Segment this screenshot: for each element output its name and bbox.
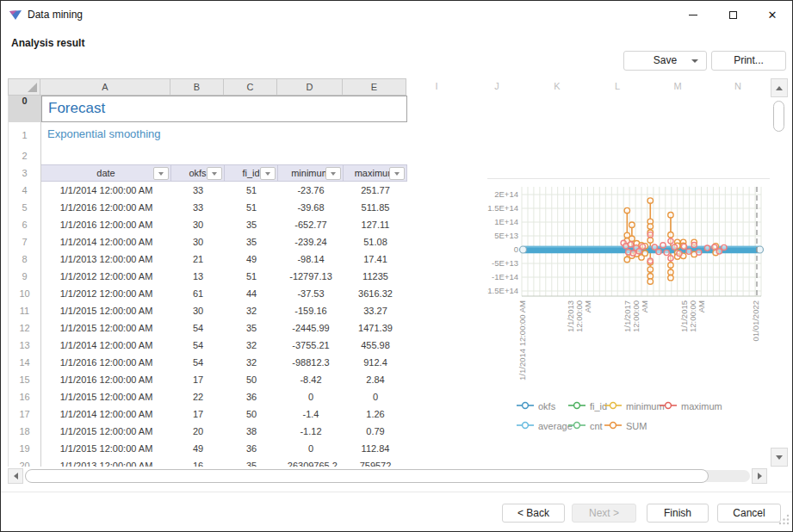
cell[interactable]: 20 — [171, 423, 225, 440]
row-number[interactable]: 15 — [9, 371, 41, 388]
cell[interactable]: 51 — [225, 268, 278, 285]
cell[interactable]: 1/1/2014 12:00:00 AM — [41, 182, 171, 199]
column-filter-header-minimum[interactable]: minimum — [278, 164, 344, 182]
cell[interactable]: -23.76 — [278, 182, 344, 199]
cell[interactable]: 30 — [171, 302, 225, 319]
cell[interactable]: 1/1/2016 12:00:00 AM — [41, 199, 171, 216]
cell[interactable]: 51.08 — [344, 233, 407, 251]
cell[interactable]: 17.41 — [344, 251, 407, 268]
cell[interactable]: 54 — [171, 319, 225, 337]
cell[interactable]: 35 — [225, 233, 278, 251]
row-number[interactable]: 1 — [9, 122, 41, 148]
cell[interactable]: 1/1/2012 12:00:00 AM — [41, 268, 171, 285]
row-number[interactable]: 4 — [9, 182, 41, 199]
scroll-up-button[interactable] — [771, 78, 788, 97]
cell[interactable]: 49 — [225, 251, 278, 268]
cell[interactable]: 36 — [225, 440, 278, 457]
scroll-left-button[interactable] — [8, 468, 23, 484]
row-number[interactable]: 11 — [9, 302, 41, 319]
column-header-E[interactable]: E — [343, 78, 406, 96]
row-number[interactable]: 14 — [9, 354, 41, 371]
row-number[interactable]: 17 — [9, 405, 41, 423]
cell[interactable]: 32 — [225, 302, 278, 319]
column-header-A[interactable]: A — [40, 78, 170, 96]
finish-button[interactable]: Finish — [647, 504, 709, 523]
cell[interactable]: -39.68 — [278, 199, 344, 216]
cell[interactable]: 54 — [171, 354, 225, 371]
cell[interactable]: 2.84 — [344, 371, 407, 388]
minimize-button[interactable] — [673, 1, 713, 28]
cell[interactable]: 32 — [225, 354, 278, 371]
cell[interactable]: 511.85 — [344, 199, 407, 216]
row-number[interactable]: 16 — [9, 388, 41, 405]
row-number[interactable]: 2 — [9, 148, 41, 164]
cell[interactable]: 1/1/2015 12:00:00 AM — [41, 302, 171, 319]
cell[interactable]: 50 — [225, 371, 278, 388]
cell[interactable]: -3755.21 — [278, 337, 344, 354]
cell[interactable]: 61 — [171, 285, 225, 302]
close-button[interactable]: ✕ — [753, 1, 792, 28]
cell[interactable]: 30 — [171, 216, 225, 233]
row-number[interactable]: 10 — [9, 285, 41, 302]
cell[interactable]: 3616.32 — [344, 285, 407, 302]
cell[interactable]: 912.4 — [344, 354, 407, 371]
cell[interactable]: 1/1/2016 12:00:00 AM — [41, 216, 171, 233]
cell[interactable]: 1/1/2015 12:00:00 AM — [41, 423, 171, 440]
cell[interactable]: 44 — [225, 285, 278, 302]
cell[interactable]: 51 — [225, 182, 278, 199]
cell[interactable]: 17 — [171, 371, 225, 388]
row-number[interactable]: 0 — [9, 96, 41, 122]
column-header-D[interactable]: D — [277, 78, 343, 96]
cell[interactable]: 32 — [225, 337, 278, 354]
cell[interactable]: 251.77 — [344, 182, 407, 199]
cell[interactable]: 30 — [171, 233, 225, 251]
cell[interactable]: 1/1/2012 12:00:00 AM — [41, 285, 171, 302]
row-number[interactable]: 13 — [9, 337, 41, 354]
vertical-scrollbar[interactable] — [771, 78, 788, 467]
column-filter-header-date[interactable]: date — [41, 164, 171, 182]
cell[interactable]: 22 — [171, 388, 225, 405]
cell[interactable]: 1.26 — [344, 405, 407, 423]
column-header-C[interactable]: C — [224, 78, 277, 96]
cell[interactable]: -652.77 — [278, 216, 344, 233]
cell[interactable]: 38 — [225, 423, 278, 440]
cell[interactable]: 112.84 — [344, 440, 407, 457]
cell[interactable]: 13 — [171, 268, 225, 285]
cell[interactable]: 21 — [171, 251, 225, 268]
cell[interactable]: -8.42 — [278, 371, 344, 388]
filter-dropdown-button[interactable] — [153, 167, 169, 180]
cell[interactable]: 36 — [225, 388, 278, 405]
cell[interactable]: 35 — [225, 457, 278, 467]
filter-dropdown-button[interactable] — [325, 167, 341, 180]
cell[interactable]: 1/1/2013 12:00:00 AM — [41, 457, 171, 467]
cell[interactable]: 0 — [344, 388, 407, 405]
row-number[interactable]: 9 — [9, 268, 41, 285]
cell[interactable]: 51 — [225, 199, 278, 216]
cell[interactable]: -98.14 — [278, 251, 344, 268]
column-filter-header-maximum[interactable]: maximum — [344, 164, 407, 182]
column-filter-header-okfs[interactable]: okfs — [171, 164, 225, 182]
row-number[interactable]: 6 — [9, 216, 41, 233]
cell[interactable]: -159.16 — [278, 302, 344, 319]
cell[interactable]: -1.4 — [278, 405, 344, 423]
row-number[interactable]: 12 — [9, 319, 41, 337]
scroll-right-button[interactable] — [752, 468, 767, 484]
row-number[interactable]: 5 — [9, 199, 41, 216]
cell[interactable]: -98812.3 — [278, 354, 344, 371]
scroll-down-button[interactable] — [771, 448, 788, 467]
cell[interactable]: 1/1/2014 12:00:00 AM — [41, 405, 171, 423]
vertical-scroll-thumb[interactable] — [773, 101, 784, 132]
row-number[interactable]: 18 — [9, 423, 41, 440]
cell[interactable]: -12797.13 — [278, 268, 344, 285]
cell[interactable]: 33.27 — [344, 302, 407, 319]
horizontal-scrollbar[interactable] — [8, 468, 767, 484]
row-number[interactable]: 7 — [9, 233, 41, 251]
row-number[interactable]: 19 — [9, 440, 41, 457]
cell[interactable]: -2445.99 — [278, 319, 344, 337]
grid-corner-select-all[interactable] — [8, 78, 40, 96]
back-button[interactable]: < Back — [502, 504, 565, 523]
cell[interactable]: 17 — [171, 405, 225, 423]
cell[interactable]: 11235 — [344, 268, 407, 285]
cell[interactable]: 1/1/2016 12:00:00 AM — [41, 354, 171, 371]
cell[interactable]: 35 — [225, 216, 278, 233]
